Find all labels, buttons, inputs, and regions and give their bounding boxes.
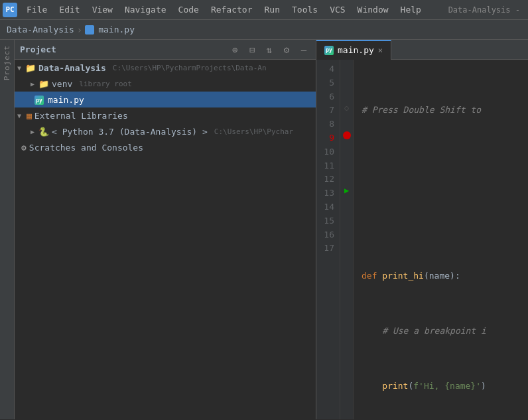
- tree-item-external-libs[interactable]: ▼ ▦ External Libraries: [15, 107, 316, 123]
- close-panel-icon[interactable]: —: [297, 43, 310, 56]
- ln-16: 16: [322, 228, 334, 242]
- main-py-label: main.py: [48, 95, 84, 105]
- code-line-6: [362, 214, 528, 228]
- ln-5: 5: [322, 76, 334, 90]
- tab-label: main.py: [338, 45, 374, 55]
- nav-bar: Data-Analysis › main.py: [0, 20, 528, 40]
- collapse-all-icon[interactable]: ⊟: [245, 43, 259, 56]
- code-line-9: print(f'Hi, {name}'): [362, 380, 528, 393]
- code-content[interactable]: # Press Double Shift to def print_hi(nam…: [354, 60, 528, 419]
- ln-17: 17: [322, 242, 334, 255]
- main-layout: Project Project ⊕ ⊟ ⇅ ⚙ — ▼ 📁 Data-Analy…: [0, 40, 528, 419]
- menu-window[interactable]: Window: [352, 3, 394, 16]
- breadcrumb-project[interactable]: Data-Analysis: [7, 25, 74, 35]
- menu-bar: PC File Edit View Navigate Code Refactor…: [0, 0, 528, 20]
- menu-file[interactable]: File: [21, 3, 52, 16]
- ln-9: 9: [322, 131, 334, 145]
- menu-edit[interactable]: Edit: [54, 3, 85, 16]
- venv-label: venv: [52, 79, 72, 89]
- panel-title: Project: [20, 44, 224, 54]
- project-root-path: C:\Users\HP\PycharmProjects\Data-An: [113, 64, 267, 72]
- sort-icon[interactable]: ⇅: [263, 43, 276, 56]
- ln-10: 10: [322, 145, 334, 159]
- menu-run[interactable]: Run: [259, 3, 285, 16]
- tree-item-scratches[interactable]: ⚙ Scratches and Consoles: [15, 139, 316, 155]
- folder-icon: 📁: [25, 63, 36, 73]
- editor-area: py main.py × 4 5 6 7 8 9 10 11 12 13 14 …: [316, 40, 528, 419]
- menu-navigate[interactable]: Navigate: [119, 3, 172, 16]
- code-line-8: # Use a breakpoint i: [362, 324, 528, 338]
- sidebar-strip: Project: [0, 40, 15, 419]
- python-37-label: < Python 3.7 (Data-Analysis) >: [52, 127, 208, 137]
- chevron-right-icon: ▶: [31, 80, 34, 88]
- gutter-14: [340, 198, 353, 212]
- tree-item-python-37[interactable]: ▶ 🐍 < Python 3.7 (Data-Analysis) > C:\Us…: [15, 123, 316, 139]
- menu-view[interactable]: View: [87, 3, 118, 16]
- venv-folder-icon: 📁: [38, 79, 49, 89]
- gutter-4: [340, 60, 353, 74]
- tree-item-data-analysis[interactable]: ▼ 📁 Data-Analysis C:\Users\HP\PycharmPro…: [15, 60, 316, 76]
- app-logo: PC: [3, 3, 17, 17]
- menu-help[interactable]: Help: [395, 3, 427, 16]
- gutter-5: [340, 74, 353, 88]
- external-libs-label: External Libraries: [34, 111, 128, 121]
- menu-vcs[interactable]: VCS: [324, 3, 350, 16]
- gutter-12: [340, 170, 353, 184]
- breadcrumb-separator: ›: [77, 25, 82, 35]
- gutter-11: [340, 157, 353, 171]
- ln-12: 12: [322, 173, 334, 186]
- gutter-9[interactable]: [340, 129, 353, 143]
- gutter-13: ▶: [340, 184, 353, 198]
- gutter-15: [340, 212, 353, 226]
- code-line-4: # Press Double Shift to: [362, 104, 528, 117]
- menu-refactor[interactable]: Refactor: [206, 3, 258, 16]
- ln-11: 11: [322, 159, 334, 173]
- venv-sublabel: library root: [79, 80, 131, 88]
- tab-close-icon[interactable]: ×: [378, 46, 383, 55]
- add-to-favorites-icon[interactable]: ⊕: [228, 43, 241, 56]
- gutter-16: [340, 226, 353, 240]
- python-icon: 🐍: [38, 127, 49, 137]
- code-line-7: def print_hi(name):: [362, 269, 528, 283]
- breadcrumb: Data-Analysis › main.py: [7, 25, 135, 35]
- ln-8: 8: [322, 117, 334, 131]
- panel-header: Project ⊕ ⊟ ⇅ ⚙ —: [15, 40, 316, 60]
- gutter-7: ○: [340, 101, 353, 115]
- line-numbers: 4 5 6 7 8 9 10 11 12 13 14 15 16 17: [316, 60, 340, 419]
- gutter-10: [340, 143, 353, 157]
- breadcrumb-file[interactable]: main.py: [98, 25, 135, 35]
- scratches-label: Scratches and Consoles: [29, 143, 143, 153]
- py-file-icon: py: [34, 94, 44, 105]
- code-editor[interactable]: 4 5 6 7 8 9 10 11 12 13 14 15 16 17: [316, 60, 528, 419]
- ln-7: 7: [322, 104, 334, 117]
- ln-6: 6: [322, 90, 334, 104]
- python-37-path: C:\Users\HP\Pychar: [214, 127, 293, 136]
- libs-icon: ▦: [27, 111, 32, 121]
- tab-main-py[interactable]: py main.py ×: [316, 40, 391, 60]
- breakpoint-dot: [343, 131, 351, 139]
- project-panel: Project ⊕ ⊟ ⇅ ⚙ — ▼ 📁 Data-Analysis C:\U…: [15, 40, 316, 419]
- project-root-label: Data-Analysis: [38, 63, 106, 73]
- gutter-8: [340, 115, 353, 129]
- code-line-5: [362, 159, 528, 173]
- chevron-down-icon: ▼: [17, 64, 21, 72]
- settings-icon[interactable]: ⚙: [280, 43, 293, 56]
- gutter-17: [340, 239, 353, 253]
- gutter-6: [340, 88, 353, 102]
- ln-14: 14: [322, 200, 334, 214]
- app-title-right: Data-Analysis -: [448, 5, 525, 15]
- tree-item-main-py[interactable]: py main.py: [15, 92, 316, 107]
- ln-13: 13: [322, 186, 334, 200]
- tree-item-venv[interactable]: ▶ 📁 venv library root: [15, 76, 316, 92]
- menu-tools[interactable]: Tools: [287, 3, 323, 16]
- tab-file-icon: py: [324, 46, 334, 55]
- py37-chevron-icon: ▶: [31, 128, 34, 135]
- editor-tabs: py main.py ×: [316, 40, 528, 60]
- file-icon: [85, 25, 94, 35]
- ext-libs-chevron-icon: ▼: [17, 112, 21, 119]
- scratches-icon: ⚙: [21, 143, 27, 153]
- ln-15: 15: [322, 214, 334, 228]
- menu-code[interactable]: Code: [173, 3, 204, 16]
- sidebar-label: Project: [3, 45, 11, 80]
- ln-4: 4: [322, 62, 334, 76]
